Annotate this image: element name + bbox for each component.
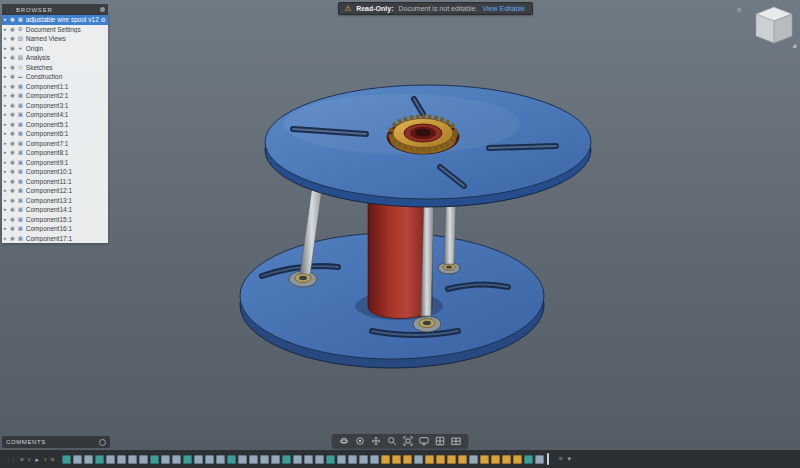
visibility-eye-icon[interactable]: ◉ [10, 169, 15, 175]
expand-arrow-icon[interactable]: ▸ [4, 131, 8, 136]
timeline-feature-component-38[interactable] [469, 455, 478, 464]
timeline-feature-joint-31[interactable] [392, 455, 401, 464]
timeline-feature-component-6[interactable] [117, 455, 126, 464]
expand-arrow-icon[interactable]: ▸ [4, 46, 8, 51]
timeline-feature-joint-30[interactable] [381, 455, 390, 464]
timeline-feature-component-23[interactable] [304, 455, 313, 464]
timeline-feature-component-19[interactable] [260, 455, 269, 464]
browser-item-component5-1[interactable]: ▸◉Component5:1 [2, 120, 108, 130]
expand-arrow-icon[interactable]: ▸ [4, 103, 8, 108]
visibility-eye-icon[interactable]: ◉ [10, 27, 15, 33]
visibility-eye-icon[interactable]: ◉ [10, 141, 15, 147]
visibility-eye-icon[interactable]: ◉ [10, 131, 15, 137]
view-cube-widget[interactable]: ⌂ ◢ [737, 2, 797, 48]
visibility-eye-icon[interactable]: ◉ [10, 74, 15, 80]
model-viewport[interactable] [0, 0, 800, 468]
display-settings-icon[interactable] [419, 436, 429, 446]
expand-arrow-icon[interactable]: ▸ [4, 55, 8, 60]
zoom-icon[interactable] [387, 436, 397, 446]
timeline-feature-component-33[interactable] [414, 455, 423, 464]
browser-item-component14-1[interactable]: ▸◉Component14:1 [2, 205, 108, 215]
timeline-skip-start-button[interactable] [20, 456, 24, 463]
timeline-feature-component-15[interactable] [216, 455, 225, 464]
timeline-feature-component-29[interactable] [370, 455, 379, 464]
timeline-feature-component-18[interactable] [249, 455, 258, 464]
timeline-feature-component-5[interactable] [106, 455, 115, 464]
timeline-feature-component-3[interactable] [84, 455, 93, 464]
timeline-feature-sketch-43[interactable] [524, 455, 533, 464]
timeline-feature-component-11[interactable] [172, 455, 181, 464]
timeline-feature-component-13[interactable] [194, 455, 203, 464]
timeline-position-marker[interactable] [547, 453, 549, 465]
pan-icon[interactable] [371, 436, 381, 446]
timeline-feature-component-2[interactable] [73, 455, 82, 464]
expand-arrow-icon[interactable]: ▸ [4, 226, 8, 231]
timeline-feature-component-24[interactable] [315, 455, 324, 464]
timeline-dropdown-icon[interactable] [568, 455, 572, 463]
comments-expand-icon[interactable] [99, 439, 106, 446]
browser-item-document-settings[interactable]: ▸◉Document Settings [2, 25, 108, 35]
view-cube[interactable] [737, 2, 797, 48]
panel-grip-icon[interactable]: ⋮⋮ [5, 7, 13, 13]
visibility-eye-icon[interactable]: ◉ [10, 46, 15, 52]
browser-item-named-views[interactable]: ▸◉Named Views [2, 34, 108, 44]
visibility-eye-icon[interactable]: ◉ [10, 236, 15, 242]
expand-arrow-icon[interactable]: ▸ [4, 65, 8, 70]
browser-item-component11-1[interactable]: ▸◉Component11:1 [2, 177, 108, 187]
expand-arrow-icon[interactable]: ▸ [4, 84, 8, 89]
orbit-icon[interactable] [339, 436, 349, 446]
visibility-eye-icon[interactable]: ◉ [10, 207, 15, 213]
expand-arrow-icon[interactable]: ▸ [4, 74, 8, 79]
timeline-feature-sketch-21[interactable] [282, 455, 291, 464]
expand-arrow-icon[interactable]: ▸ [4, 179, 8, 184]
visibility-eye-icon[interactable]: ◉ [10, 150, 15, 156]
fit-icon[interactable] [403, 436, 413, 446]
view-editable-link[interactable]: View Editable [483, 5, 525, 12]
visibility-eye-icon[interactable]: ◉ [10, 17, 15, 23]
browser-item-analysis[interactable]: ▸◉Analysis [2, 53, 108, 63]
browser-item-component9-1[interactable]: ▸◉Component9:1 [2, 158, 108, 168]
expand-arrow-icon[interactable]: ▸ [4, 169, 8, 174]
timeline-feature-component-22[interactable] [293, 455, 302, 464]
visibility-eye-icon[interactable]: ◉ [10, 179, 15, 185]
timeline-feature-component-8[interactable] [139, 455, 148, 464]
look-at-icon[interactable] [355, 436, 365, 446]
visibility-eye-icon[interactable]: ◉ [10, 160, 15, 166]
timeline-grip-icon[interactable]: ⋮⋮ [5, 456, 15, 463]
browser-item-component3-1[interactable]: ▸◉Component3:1 [2, 101, 108, 111]
visibility-eye-icon[interactable]: ◉ [10, 122, 15, 128]
expand-arrow-icon[interactable]: ▸ [4, 236, 8, 241]
browser-item-component17-1[interactable]: ▸◉Component17:1 [2, 234, 108, 244]
visibility-eye-icon[interactable]: ◉ [10, 112, 15, 118]
visibility-eye-icon[interactable]: ◉ [10, 217, 15, 223]
expand-arrow-icon[interactable]: ▸ [4, 207, 8, 212]
browser-item-component8-1[interactable]: ▸◉Component8:1 [2, 148, 108, 158]
timeline-feature-sketch-4[interactable] [95, 455, 104, 464]
visibility-eye-icon[interactable]: ◉ [10, 84, 15, 90]
timeline-feature-sketch-12[interactable] [183, 455, 192, 464]
timeline-feature-sketch-9[interactable] [150, 455, 159, 464]
timeline-feature-joint-40[interactable] [491, 455, 500, 464]
browser-item-component4-1[interactable]: ▸◉Component4:1 [2, 110, 108, 120]
browser-item-component6-1[interactable]: ▸◉Component6:1 [2, 129, 108, 139]
visibility-eye-icon[interactable]: ◉ [10, 103, 15, 109]
timeline-feature-joint-39[interactable] [480, 455, 489, 464]
timeline-feature-component-20[interactable] [271, 455, 280, 464]
browser-root-item[interactable]: ▸ ◉ adjustable wire spool v12 ⚙ [2, 15, 108, 25]
timeline-menu-icon[interactable] [558, 455, 562, 463]
browser-item-component2-1[interactable]: ▸◉Component2:1 [2, 91, 108, 101]
expand-arrow-icon[interactable]: ▸ [4, 141, 8, 146]
timeline-feature-sketch-25[interactable] [326, 455, 335, 464]
expand-arrow-icon[interactable]: ▸ [4, 17, 8, 22]
timeline-feature-component-17[interactable] [238, 455, 247, 464]
top-disc[interactable] [265, 85, 591, 207]
browser-panel-header[interactable]: ⋮⋮ BROWSER [2, 4, 108, 15]
visibility-eye-icon[interactable]: ◉ [10, 226, 15, 232]
timeline-feature-component-44[interactable] [535, 455, 544, 464]
browser-item-component15-1[interactable]: ▸◉Component15:1 [2, 215, 108, 225]
visibility-eye-icon[interactable]: ◉ [10, 65, 15, 71]
timeline-feature-component-27[interactable] [348, 455, 357, 464]
visibility-eye-icon[interactable]: ◉ [10, 188, 15, 194]
expand-arrow-icon[interactable]: ▸ [4, 150, 8, 155]
timeline-feature-joint-35[interactable] [436, 455, 445, 464]
